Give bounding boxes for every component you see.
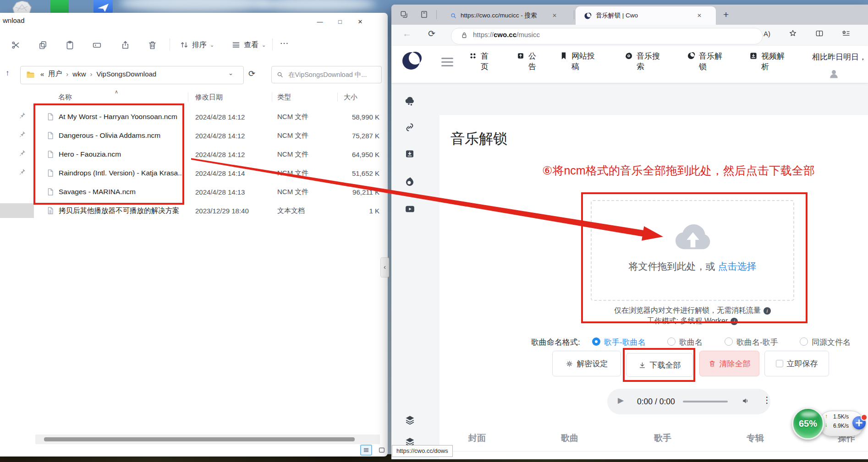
table-header-artist: 歌手 bbox=[648, 432, 677, 444]
clear-all-button[interactable]: 清除全部 bbox=[699, 351, 759, 376]
download-speed: 6.9K/s bbox=[833, 423, 849, 429]
sidebar-cloud-music-icon[interactable] bbox=[404, 95, 416, 107]
copy-icon[interactable] bbox=[35, 38, 50, 52]
lock-icon[interactable] bbox=[460, 31, 468, 39]
radio-label[interactable]: 歌手-歌曲名 bbox=[604, 337, 646, 348]
breadcrumb-wkw[interactable]: wkw bbox=[72, 70, 86, 78]
folder-icon bbox=[26, 70, 35, 80]
checkbox-icon[interactable] bbox=[776, 360, 783, 367]
radio-label[interactable]: 同源文件名 bbox=[812, 337, 851, 348]
gloss-highlight bbox=[801, 412, 817, 417]
tab-search-result[interactable]: https://cwo.cc/mucicc - 搜索 ✕ bbox=[443, 6, 573, 25]
tab-close-icon[interactable]: ✕ bbox=[697, 12, 702, 19]
sidebar-archive-download-icon[interactable] bbox=[404, 148, 415, 159]
url-path: /musicc bbox=[516, 31, 540, 38]
paste-icon[interactable] bbox=[62, 38, 77, 52]
back-icon[interactable]: ← bbox=[402, 28, 412, 39]
nav-item-submit[interactable]: 网站投稿 bbox=[559, 51, 598, 72]
radio-label[interactable]: 歌曲名-歌手 bbox=[736, 337, 778, 348]
table-row[interactable]: 拷贝后其他播放器不可播放的解决方案 2023/12/29 18:40 文本文档 … bbox=[46, 203, 385, 218]
player-menu-kebab-icon[interactable]: ⋮ bbox=[763, 395, 771, 405]
button-label: 解密设定 bbox=[577, 359, 608, 369]
gear-icon bbox=[566, 360, 573, 368]
radio-song-artist[interactable] bbox=[725, 337, 733, 346]
status-bar-url-tooltip: https://cwo.cc/dows bbox=[392, 445, 453, 457]
view-button[interactable]: 查看 ⌄ bbox=[231, 38, 266, 52]
breadcrumb-folder[interactable]: VipSongsDownload bbox=[97, 70, 157, 78]
address-chevron-down-icon[interactable]: ⌄ bbox=[228, 70, 233, 76]
sidebar-layers-icon[interactable] bbox=[404, 414, 416, 426]
player-progress-bar[interactable] bbox=[683, 401, 728, 402]
tab-close-icon[interactable]: ✕ bbox=[552, 12, 557, 19]
maximize-button[interactable]: □ bbox=[330, 14, 350, 29]
cut-icon[interactable] bbox=[8, 38, 23, 52]
column-divider[interactable] bbox=[272, 92, 272, 102]
search-input[interactable] bbox=[287, 71, 372, 79]
up-icon[interactable]: ↑ bbox=[5, 69, 10, 78]
breadcrumb-prefix[interactable]: « bbox=[40, 70, 44, 78]
read-aloud-icon[interactable]: A) bbox=[764, 30, 770, 38]
nav-pane-selected-item[interactable] bbox=[0, 203, 34, 218]
pin-icon[interactable] bbox=[18, 168, 26, 176]
column-divider[interactable] bbox=[337, 92, 338, 102]
workspaces-icon[interactable] bbox=[400, 10, 408, 19]
nav-item-music-search[interactable]: 音乐搜索 bbox=[624, 51, 663, 72]
minimize-button[interactable]: — bbox=[310, 14, 330, 29]
nav-item-video-parse[interactable]: 视频解析 bbox=[749, 51, 788, 72]
radio-label[interactable]: 歌曲名 bbox=[679, 337, 703, 348]
sidebar-flame-icon[interactable] bbox=[404, 176, 415, 187]
pin-icon[interactable] bbox=[18, 149, 26, 157]
nav-item-music-unlock[interactable]: 音乐解锁 bbox=[687, 51, 725, 72]
sidebar-youtube-icon[interactable] bbox=[404, 203, 416, 215]
search-box[interactable] bbox=[271, 66, 382, 83]
volume-icon[interactable] bbox=[742, 397, 750, 405]
details-pane-collapse-button[interactable]: ‹ bbox=[380, 257, 389, 277]
details-view-toggle[interactable] bbox=[360, 445, 372, 456]
chevron-down-icon: ⌄ bbox=[210, 42, 214, 48]
delete-icon[interactable] bbox=[145, 38, 159, 52]
nav-item-home[interactable]: 首页 bbox=[468, 51, 490, 72]
page-refresh-icon[interactable]: ⟳ bbox=[428, 28, 435, 39]
nav-item-announcements[interactable]: 公告 bbox=[516, 51, 538, 72]
favorites-bar-icon[interactable] bbox=[841, 29, 851, 38]
nav-label: 音乐解锁 bbox=[699, 51, 725, 72]
radio-song[interactable] bbox=[667, 337, 676, 346]
split-screen-icon[interactable] bbox=[815, 29, 824, 38]
pin-icon[interactable] bbox=[18, 130, 26, 138]
sidebar-link-icon[interactable] bbox=[404, 122, 415, 133]
thumbnail-view-toggle[interactable] bbox=[376, 445, 388, 456]
more-options-icon[interactable]: … bbox=[280, 36, 289, 46]
memory-usage-ball[interactable]: 65% bbox=[792, 408, 824, 440]
column-divider[interactable] bbox=[188, 92, 188, 102]
url-domain: cwo.cc bbox=[494, 31, 516, 38]
column-header-type[interactable]: 类型 bbox=[277, 93, 291, 102]
decrypt-settings-button[interactable]: 解密设定 bbox=[552, 351, 621, 376]
file-size: 58,990 K bbox=[335, 113, 379, 121]
radio-artist-song[interactable] bbox=[592, 337, 600, 346]
favorite-star-icon[interactable] bbox=[788, 29, 797, 38]
column-header-date[interactable]: 修改日期 bbox=[195, 93, 223, 102]
tab-actions-icon[interactable] bbox=[420, 10, 429, 19]
avatar[interactable] bbox=[828, 68, 840, 80]
file-type: NCM 文件 bbox=[277, 131, 308, 140]
share-icon[interactable] bbox=[118, 38, 132, 52]
tab-active-musicunlock[interactable]: 音乐解锁 | Cwo ✕ bbox=[576, 6, 716, 25]
radio-source-filename[interactable] bbox=[800, 337, 808, 346]
play-icon[interactable]: ▶ bbox=[618, 396, 624, 405]
new-tab-icon[interactable]: + bbox=[723, 9, 729, 20]
file-date: 2024/4/28 14:12 bbox=[195, 132, 245, 140]
refresh-icon[interactable]: ⟳ bbox=[248, 69, 255, 79]
breadcrumb-users[interactable]: 用户 bbox=[48, 70, 62, 78]
pin-icon[interactable] bbox=[18, 112, 26, 120]
nav-label: 视频解析 bbox=[761, 51, 788, 72]
sort-button[interactable]: 排序 ⌄ bbox=[180, 38, 214, 52]
rename-icon[interactable] bbox=[89, 38, 104, 52]
column-header-size[interactable]: 大小 bbox=[344, 93, 357, 102]
column-header-name[interactable]: 名称 bbox=[58, 93, 72, 102]
screen: wnload — □ ✕ 排序 ⌄ 查看 ⌄ … ↑ « 用户 › wkw › … bbox=[0, 0, 868, 462]
close-button[interactable]: ✕ bbox=[350, 14, 370, 29]
horizontal-scrollbar-thumb[interactable] bbox=[44, 437, 355, 441]
hamburger-menu-icon[interactable] bbox=[441, 58, 453, 66]
site-logo-crescent[interactable] bbox=[401, 49, 423, 71]
save-now-button[interactable]: 立即保存 bbox=[764, 351, 829, 376]
